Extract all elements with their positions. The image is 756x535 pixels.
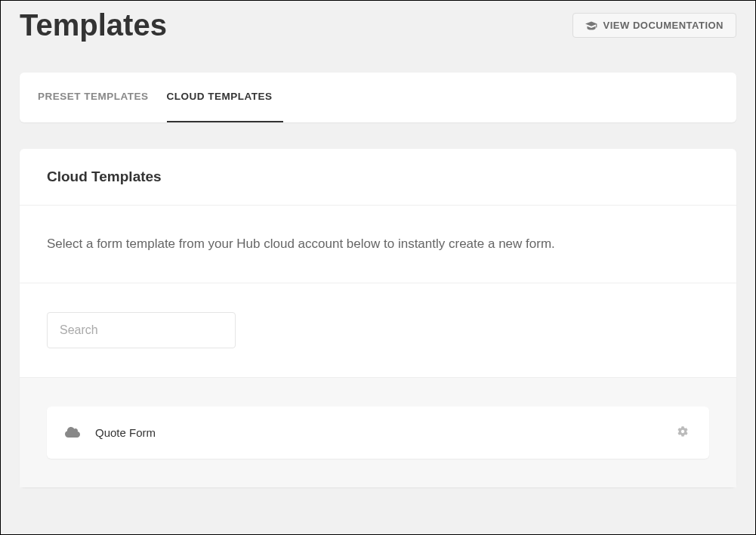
template-settings-button[interactable] — [674, 423, 691, 442]
template-label: Quote Form — [95, 426, 156, 439]
content-description: Select a form template from your Hub clo… — [47, 234, 709, 254]
cloud-icon — [65, 426, 80, 438]
templates-list: Quote Form — [20, 378, 736, 487]
template-row[interactable]: Quote Form — [47, 407, 709, 459]
content-header: Cloud Templates — [20, 149, 736, 206]
tabs-panel: PRESET TEMPLATES CLOUD TEMPLATES — [20, 73, 736, 122]
page-title: Templates — [20, 8, 167, 42]
search-input[interactable] — [47, 312, 236, 348]
tab-preset-templates[interactable]: PRESET TEMPLATES — [38, 73, 159, 122]
tab-cloud-templates[interactable]: CLOUD TEMPLATES — [167, 73, 283, 122]
content-title: Cloud Templates — [47, 169, 709, 185]
content-panel: Cloud Templates Select a form template f… — [20, 149, 736, 487]
view-documentation-button[interactable]: VIEW DOCUMENTATION — [572, 13, 736, 38]
doc-button-label: VIEW DOCUMENTATION — [603, 20, 724, 31]
gear-icon — [677, 426, 688, 439]
graduation-cap-icon — [585, 20, 597, 31]
